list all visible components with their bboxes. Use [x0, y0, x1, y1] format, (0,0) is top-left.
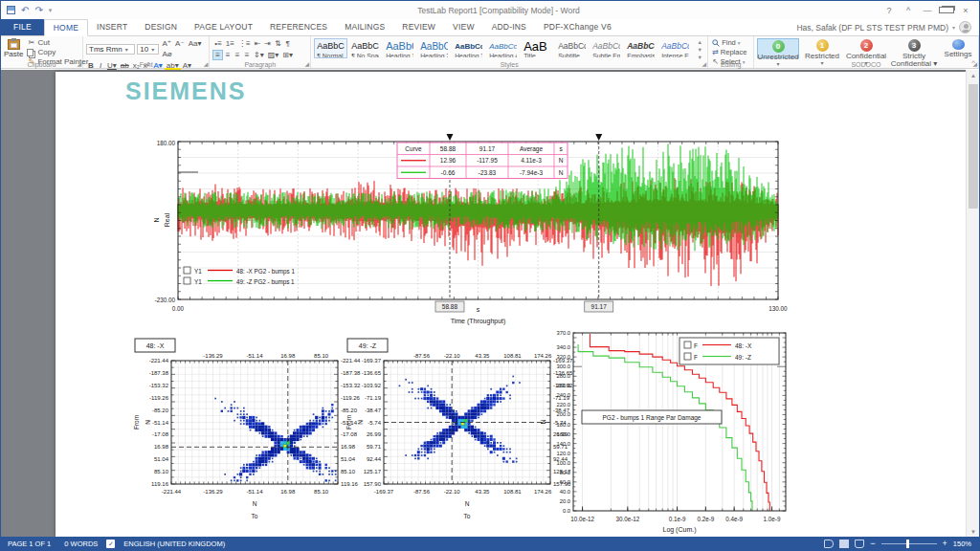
restore-button[interactable]: [939, 5, 954, 15]
style-heading-1[interactable]: AaBbCHeading 1: [383, 38, 416, 58]
style-no-spacing[interactable]: AaBbCcDd¶ No Spac...: [348, 38, 382, 58]
svg-text:125.17: 125.17: [364, 469, 382, 474]
copy-button[interactable]: Copy: [26, 48, 89, 56]
style-heading-3[interactable]: AaBbCcDdEHeading 3: [452, 38, 485, 58]
svg-text:-169.37: -169.37: [362, 358, 382, 364]
styles-scroll-down-icon[interactable]: ▼: [697, 47, 702, 53]
ribbon-display-options-icon[interactable]: ^: [901, 6, 916, 15]
tab-references[interactable]: REFERENCES: [261, 19, 336, 35]
scrollbar-thumb[interactable]: [969, 84, 978, 209]
bullets-icon[interactable]: •≡: [212, 38, 223, 49]
proofing-icon[interactable]: ✓: [106, 540, 115, 548]
redo-icon[interactable]: ↷: [34, 5, 42, 15]
titlebar: ↶ ↷ ▾ TestLab Report1 [Compatibility Mod…: [1, 1, 979, 19]
svg-text:0.00: 0.00: [172, 305, 185, 312]
multilevel-list-icon[interactable]: ⋮≡: [236, 38, 253, 49]
siemens-logo[interactable]: SIEMENS: [125, 77, 247, 105]
svg-text:N: N: [540, 419, 546, 424]
customize-qat-icon[interactable]: ▾: [49, 7, 53, 14]
confidential-button[interactable]: 2 Confidential ▾: [845, 38, 887, 58]
window-controls: ? ^ — ×: [881, 5, 979, 15]
tab-pdf-xchange[interactable]: PDF-XChange V6: [535, 19, 620, 35]
style-heading-2[interactable]: AaBbCcHeading 2: [417, 38, 451, 58]
style-preview: AaBbC: [386, 40, 413, 53]
style-subtitle[interactable]: AaBbCcDSubtitle: [555, 38, 589, 58]
tab-file[interactable]: FILE: [1, 19, 44, 35]
paste-button[interactable]: Paste: [4, 38, 23, 58]
clear-formatting-icon[interactable]: A⌀: [161, 49, 174, 59]
print-layout-icon[interactable]: [839, 540, 849, 548]
numbering-icon[interactable]: 1≡: [224, 38, 236, 49]
align-right-icon[interactable]: ≡: [233, 50, 242, 60]
settings-button[interactable]: Settings: [941, 38, 975, 58]
replace-button[interactable]: ⇄ Replace: [711, 48, 749, 56]
page-indicator[interactable]: PAGE 1 OF 1: [1, 540, 57, 548]
vertical-scrollbar[interactable]: ▲ ▼: [966, 70, 979, 539]
style-title[interactable]: AaBTitle: [521, 38, 554, 58]
line-spacing-icon[interactable]: ⇕▾: [252, 50, 266, 60]
font-size-select[interactable]: 10▾: [137, 44, 158, 55]
read-mode-icon[interactable]: [824, 540, 834, 548]
change-case-icon[interactable]: Aa▾: [187, 38, 204, 49]
help-button[interactable]: ?: [881, 6, 897, 15]
decrease-indent-icon[interactable]: ⇤: [253, 38, 263, 49]
font-family-select[interactable]: Tms Rmn▾: [86, 44, 135, 55]
zoom-in-icon[interactable]: +: [943, 539, 947, 548]
shading-icon[interactable]: ▨▾: [266, 50, 281, 60]
collapse-ribbon-icon[interactable]: ^: [971, 58, 975, 67]
unrestricted-icon: 0: [772, 40, 785, 53]
increase-indent-icon[interactable]: ⇥: [262, 38, 273, 49]
tab-mailings[interactable]: MAILINGS: [336, 19, 393, 35]
tab-design[interactable]: DESIGN: [136, 19, 186, 35]
sort-icon[interactable]: ⇅: [273, 38, 283, 49]
tab-home[interactable]: HOME: [44, 19, 88, 36]
style-normal[interactable]: AaBbCcDd¶ Normal: [314, 38, 347, 58]
find-icon: [712, 39, 720, 47]
chart-rainflow-48x[interactable]: -221.44-221.44-187.38-187.38-153.32-153.…: [127, 338, 376, 534]
minimize-button[interactable]: —: [920, 6, 935, 15]
zoom-out-icon[interactable]: −: [870, 539, 875, 548]
web-layout-icon[interactable]: [855, 540, 864, 548]
word-count[interactable]: 0 WORDS: [57, 540, 104, 548]
save-icon[interactable]: [7, 6, 15, 14]
document-page[interactable]: SIEMENS 180.00-230.000.00130.00sTime (Th…: [56, 72, 966, 537]
zoom-level[interactable]: 150%: [953, 540, 971, 548]
tab-add-ins[interactable]: ADD-INS: [483, 19, 535, 35]
svg-text:-71.19: -71.19: [365, 395, 382, 401]
chart-range-pair-damage[interactable]: 370.0340.0320.0300.0280.0260.0240.0220.0…: [534, 322, 831, 537]
pilcrow-icon[interactable]: ¶: [283, 38, 293, 49]
align-left-icon[interactable]: ≡: [212, 50, 223, 60]
unrestricted-button[interactable]: 0 Unrestricted ▾: [757, 38, 799, 58]
tab-view[interactable]: VIEW: [444, 19, 483, 35]
legend-checkbox: [684, 342, 691, 348]
cut-button[interactable]: ✂Cut: [26, 38, 89, 47]
style-subtle-emphasis[interactable]: AaBbCcDdiSubtle Em...: [590, 38, 623, 58]
grow-font-icon[interactable]: A⁺: [161, 38, 174, 49]
svg-text:-51.14: -51.14: [152, 420, 169, 426]
find-button[interactable]: Find▾: [711, 38, 749, 47]
borders-icon[interactable]: ⊞▾: [280, 50, 295, 60]
style-heading-4[interactable]: AaBbCcDdHeading 4: [486, 38, 520, 58]
scroll-up-icon[interactable]: ▲: [967, 70, 980, 82]
svg-text:-169.37: -169.37: [374, 489, 394, 495]
clipboard-group-label: Clipboard: [1, 61, 82, 68]
undo-icon[interactable]: ↶: [21, 5, 29, 15]
restricted-button[interactable]: 1 Restricted ▾: [801, 38, 843, 58]
close-button[interactable]: ×: [958, 6, 973, 15]
styles-scroll-up-icon[interactable]: ▲: [697, 39, 702, 45]
tab-page-layout[interactable]: PAGE LAYOUT: [186, 19, 261, 35]
strictly-confidential-button[interactable]: 3 Strictly Confidential ▾: [889, 38, 939, 58]
zoom-slider-thumb[interactable]: [906, 540, 909, 548]
align-center-icon[interactable]: ≡: [223, 50, 233, 60]
style-intense-emphasis[interactable]: AaBbCcDdiIntense E...: [658, 38, 692, 58]
zoom-slider[interactable]: [881, 543, 937, 544]
tab-insert[interactable]: INSERT: [88, 19, 136, 35]
account-menu[interactable]: Has, Safak (DF PL STS TEST PRM PMD) ▾: [796, 19, 979, 35]
svg-text:N: N: [465, 500, 470, 507]
justify-icon[interactable]: ≡: [242, 50, 252, 60]
shrink-font-icon[interactable]: A⁻: [173, 38, 187, 49]
chart-throughput[interactable]: 180.00-230.000.00130.00sTime (Throughput…: [137, 129, 797, 335]
tab-review[interactable]: REVIEW: [393, 19, 444, 35]
style-emphasis[interactable]: AaBbCcDdiEmphasis: [624, 38, 657, 58]
language-indicator[interactable]: ENGLISH (UNITED KINGDOM): [117, 540, 232, 548]
